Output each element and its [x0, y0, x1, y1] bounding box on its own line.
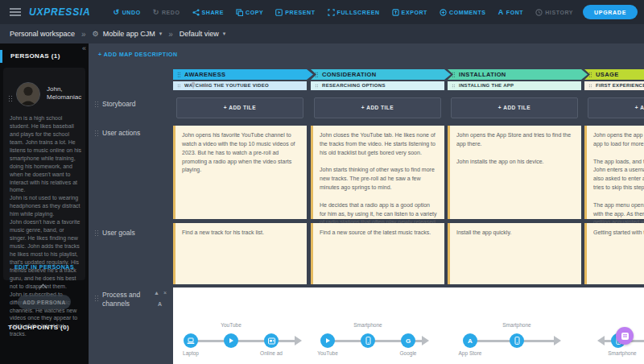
- user-actions-cell-consideration[interactable]: John closes the YouTube tab. He likes no…: [311, 126, 444, 219]
- add-tile-button[interactable]: + ADD TILE: [588, 97, 644, 118]
- person-silhouette-icon: [17, 83, 39, 105]
- user-actions-cell-awareness[interactable]: John opens his favorite YouTube channel …: [173, 126, 307, 219]
- arrow-right-icon: [295, 336, 302, 345]
- channel-node-google[interactable]: G: [401, 333, 415, 348]
- persona-card[interactable]: John, Melomaniac John is a high school s…: [3, 68, 85, 280]
- redo-button[interactable]: ↻REDO: [153, 9, 180, 16]
- substage-researching-options[interactable]: RESEARCHING OPTIONS: [311, 81, 444, 90]
- copy-button[interactable]: COPY: [236, 9, 263, 16]
- comments-icon: [440, 9, 447, 16]
- drag-handle-icon[interactable]: [94, 295, 98, 302]
- row-label-storyboard[interactable]: Storyboard: [102, 100, 136, 109]
- chevron-down-icon: ▾: [159, 31, 163, 37]
- row-label-user-goals[interactable]: User goals: [102, 229, 135, 238]
- row-label-user-actions[interactable]: User actions: [102, 129, 140, 138]
- substage-installing-app[interactable]: INSTALLING THE APP: [448, 81, 581, 90]
- font-button[interactable]: AFONT: [498, 9, 524, 16]
- channel-label: YouTube: [221, 322, 242, 328]
- comments-button[interactable]: COMMENTS: [440, 9, 486, 16]
- upgrade-button[interactable]: UPGRADE: [583, 5, 638, 19]
- arrow-right-icon: [554, 336, 561, 345]
- channel-node-smartphone[interactable]: [361, 333, 375, 348]
- user-goals-cell-consideration[interactable]: Find a new source of the latest music tr…: [311, 223, 444, 284]
- channel-label: Laptop: [183, 350, 199, 356]
- drag-handle-icon: [588, 72, 592, 77]
- drag-handle-icon[interactable]: [94, 130, 98, 137]
- collapse-persona-icon[interactable]: [40, 285, 46, 291]
- drag-handle-icon[interactable]: [94, 230, 98, 237]
- user-goals-cell-awareness[interactable]: Find a new track for his track list.: [173, 223, 307, 284]
- channel-node-laptop[interactable]: [184, 333, 198, 348]
- stage-header-awareness[interactable]: AWARENESS: [173, 69, 313, 80]
- breadcrumb-map[interactable]: ⚙ Mobile app CJM ▾: [93, 30, 163, 38]
- breadcrumb-separator-icon: »: [168, 30, 173, 39]
- chevron-down-icon: ▾: [223, 31, 226, 37]
- channel-label: Smartphone: [608, 350, 636, 356]
- channel-label: YouTube: [317, 350, 338, 356]
- user-actions-cell-installation[interactable]: John opens the App Store and tries to fi…: [448, 126, 581, 219]
- channel-node-youtube[interactable]: [320, 333, 335, 348]
- drag-handle-icon: [452, 72, 455, 77]
- drag-handle-icon: [177, 72, 180, 77]
- user-actions-cell-usage[interactable]: John opens the app for app to load for m…: [584, 126, 644, 219]
- text-size-icon[interactable]: A: [158, 301, 162, 307]
- pin-icon[interactable]: [190, 81, 196, 89]
- app-logo: UXPRESSIA: [29, 6, 91, 18]
- channel-label: Online ad: [260, 350, 283, 356]
- user-goals-cell-installation[interactable]: Install the app quickly.: [448, 223, 581, 284]
- export-button[interactable]: EXPORT: [392, 9, 427, 16]
- announcements-widget[interactable]: [616, 327, 634, 345]
- channel-node-app-store[interactable]: A: [463, 333, 477, 348]
- present-button[interactable]: PRESENT: [275, 9, 315, 16]
- laptop-icon: [187, 337, 195, 345]
- channel-label: Smartphone: [502, 322, 530, 328]
- gear-icon: ⚙: [93, 30, 99, 38]
- add-map-description-link[interactable]: + ADD MAP DESCRIPTION: [98, 52, 178, 57]
- edit-in-personas-link[interactable]: EDIT IN PERSONAS: [3, 264, 85, 270]
- touchpoints-section-header[interactable]: TOUCHPOINTS (0): [8, 324, 69, 331]
- history-button[interactable]: HISTORY: [535, 9, 573, 16]
- announcements-icon: [621, 332, 630, 341]
- channel-connector: [191, 340, 295, 342]
- present-icon: [275, 9, 283, 16]
- stage-header-consideration[interactable]: CONSIDERATION: [311, 69, 451, 80]
- history-icon: [535, 9, 543, 16]
- row-label-process-channels[interactable]: Process and channels: [102, 291, 152, 308]
- toolbar-actions: ↺UNDO ↻REDO SHARE COPY PRESENT FULLSCREE…: [114, 9, 574, 16]
- drag-handle-icon: [315, 72, 318, 77]
- uxpressia-app: UXPRESSIA ↺UNDO ↻REDO SHARE COPY PRESENT…: [0, 0, 644, 364]
- stage-header-usage[interactable]: USAGE: [584, 69, 644, 80]
- collapse-row-icon[interactable]: ▲: [154, 290, 159, 296]
- channel-node-youtube[interactable]: [224, 333, 238, 348]
- stage-header-installation[interactable]: INSTALLATION: [448, 69, 588, 80]
- google-icon: G: [406, 337, 411, 345]
- add-tile-button[interactable]: + ADD TILE: [176, 97, 303, 118]
- ad-icon: [268, 337, 275, 345]
- add-tile-button[interactable]: + ADD TILE: [314, 97, 441, 118]
- fullscreen-icon: [328, 9, 335, 16]
- collapse-headers-icon[interactable]: [202, 83, 208, 87]
- undo-button[interactable]: ↺UNDO: [114, 9, 141, 16]
- remove-row-icon[interactable]: ×: [163, 290, 167, 296]
- user-goals-cell-usage[interactable]: Getting started with the app.: [584, 223, 644, 284]
- drag-handle-icon: [177, 84, 180, 89]
- smartphone-icon: [514, 337, 520, 345]
- add-tile-button[interactable]: + ADD TILE: [451, 97, 578, 118]
- share-button[interactable]: SHARE: [192, 9, 225, 16]
- personas-section-header[interactable]: PERSONAS (1): [0, 50, 89, 63]
- channel-node-online-ad[interactable]: [264, 333, 279, 348]
- drag-handle-icon[interactable]: [94, 101, 98, 108]
- hamburger-menu-icon[interactable]: [10, 8, 21, 16]
- breadcrumb-workspace[interactable]: Personal workspace: [10, 30, 75, 38]
- channel-label: Smartphone: [353, 322, 382, 328]
- breadcrumb-view[interactable]: Default view ▾: [180, 30, 226, 38]
- youtube-icon: [229, 338, 233, 343]
- share-icon: [192, 9, 200, 16]
- undo-icon: ↺: [114, 9, 120, 16]
- drag-handle-icon[interactable]: [8, 95, 12, 102]
- add-persona-button[interactable]: ADD PERSONA: [18, 295, 71, 309]
- channel-node-smartphone[interactable]: [510, 333, 524, 348]
- substage-first-experience[interactable]: FIRST EXPERIENCE: [584, 81, 644, 90]
- persona-name: John, Melomaniac: [47, 85, 84, 102]
- fullscreen-button[interactable]: FULLSCREEN: [328, 9, 380, 16]
